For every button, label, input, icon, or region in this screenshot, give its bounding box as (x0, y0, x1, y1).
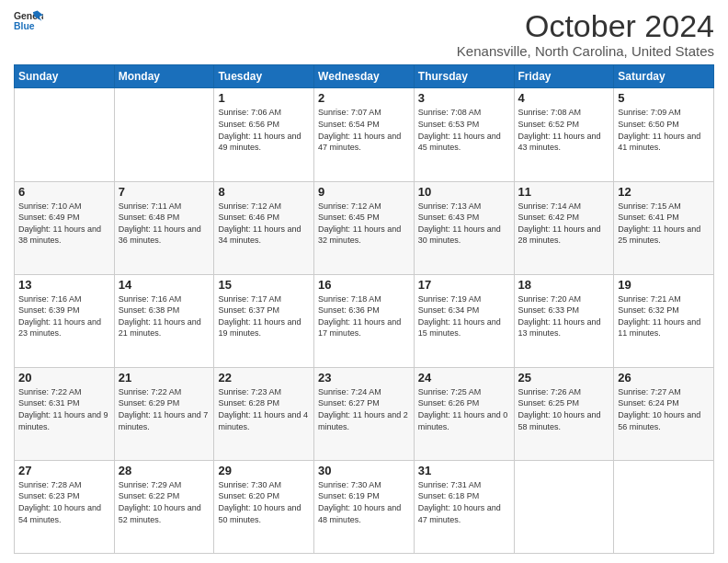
calendar-cell: 11Sunrise: 7:14 AM Sunset: 6:42 PM Dayli… (514, 181, 614, 274)
header-row: Sunday Monday Tuesday Wednesday Thursday… (15, 65, 714, 88)
day-number: 4 (518, 91, 610, 105)
day-info: Sunrise: 7:28 AM Sunset: 6:23 PM Dayligh… (18, 479, 110, 525)
calendar-cell: 14Sunrise: 7:16 AM Sunset: 6:38 PM Dayli… (114, 274, 214, 367)
day-number: 24 (418, 371, 510, 385)
day-info: Sunrise: 7:30 AM Sunset: 6:20 PM Dayligh… (218, 479, 310, 525)
day-number: 17 (418, 278, 510, 292)
day-number: 31 (418, 464, 510, 477)
day-number: 21 (119, 371, 210, 385)
day-number: 20 (18, 371, 110, 385)
day-info: Sunrise: 7:31 AM Sunset: 6:18 PM Dayligh… (418, 479, 510, 525)
day-info: Sunrise: 7:06 AM Sunset: 6:56 PM Dayligh… (218, 107, 310, 153)
calendar-cell: 27Sunrise: 7:28 AM Sunset: 6:23 PM Dayli… (15, 460, 115, 553)
calendar-cell: 5Sunrise: 7:09 AM Sunset: 6:50 PM Daylig… (614, 88, 714, 181)
day-number: 13 (18, 278, 110, 292)
calendar-body: 1Sunrise: 7:06 AM Sunset: 6:56 PM Daylig… (15, 88, 714, 554)
calendar-cell: 30Sunrise: 7:30 AM Sunset: 6:19 PM Dayli… (314, 460, 415, 553)
day-info: Sunrise: 7:12 AM Sunset: 6:45 PM Dayligh… (318, 201, 410, 247)
calendar-cell (15, 88, 115, 181)
day-info: Sunrise: 7:27 AM Sunset: 6:24 PM Dayligh… (618, 386, 710, 432)
day-number: 9 (318, 185, 410, 199)
calendar-cell: 22Sunrise: 7:23 AM Sunset: 6:28 PM Dayli… (214, 367, 314, 460)
day-number: 18 (518, 278, 610, 292)
calendar-cell: 17Sunrise: 7:19 AM Sunset: 6:34 PM Dayli… (414, 274, 514, 367)
day-info: Sunrise: 7:21 AM Sunset: 6:32 PM Dayligh… (618, 293, 710, 339)
col-tuesday: Tuesday (214, 65, 314, 88)
day-info: Sunrise: 7:20 AM Sunset: 6:33 PM Dayligh… (518, 293, 610, 339)
calendar-cell: 21Sunrise: 7:22 AM Sunset: 6:29 PM Dayli… (114, 367, 214, 460)
day-number: 14 (119, 278, 210, 292)
day-info: Sunrise: 7:17 AM Sunset: 6:37 PM Dayligh… (218, 293, 310, 339)
day-info: Sunrise: 7:18 AM Sunset: 6:36 PM Dayligh… (318, 293, 410, 339)
day-number: 30 (318, 464, 410, 477)
col-thursday: Thursday (414, 65, 514, 88)
day-info: Sunrise: 7:25 AM Sunset: 6:26 PM Dayligh… (418, 386, 510, 432)
calendar-cell: 18Sunrise: 7:20 AM Sunset: 6:33 PM Dayli… (514, 274, 614, 367)
calendar-cell (614, 460, 714, 553)
calendar-cell: 10Sunrise: 7:13 AM Sunset: 6:43 PM Dayli… (414, 181, 514, 274)
day-number: 10 (418, 185, 510, 199)
calendar-cell: 1Sunrise: 7:06 AM Sunset: 6:56 PM Daylig… (214, 88, 314, 181)
calendar-cell: 9Sunrise: 7:12 AM Sunset: 6:45 PM Daylig… (314, 181, 415, 274)
calendar-cell: 23Sunrise: 7:24 AM Sunset: 6:27 PM Dayli… (314, 367, 415, 460)
calendar-table: Sunday Monday Tuesday Wednesday Thursday… (14, 64, 714, 554)
day-info: Sunrise: 7:11 AM Sunset: 6:48 PM Dayligh… (119, 201, 210, 247)
day-number: 16 (318, 278, 410, 292)
day-number: 3 (418, 91, 510, 105)
day-info: Sunrise: 7:22 AM Sunset: 6:31 PM Dayligh… (18, 386, 110, 432)
header: General Blue October 2024 Kenansville, N… (14, 9, 714, 59)
day-number: 5 (618, 91, 710, 105)
day-number: 28 (119, 464, 210, 477)
day-info: Sunrise: 7:12 AM Sunset: 6:46 PM Dayligh… (218, 201, 310, 247)
day-number: 29 (218, 464, 310, 477)
day-info: Sunrise: 7:22 AM Sunset: 6:29 PM Dayligh… (119, 386, 210, 432)
calendar-cell: 2Sunrise: 7:07 AM Sunset: 6:54 PM Daylig… (314, 88, 415, 181)
main-title: October 2024 (457, 9, 714, 43)
week-row-1: 6Sunrise: 7:10 AM Sunset: 6:49 PM Daylig… (15, 181, 714, 274)
day-number: 15 (218, 278, 310, 292)
calendar-cell: 15Sunrise: 7:17 AM Sunset: 6:37 PM Dayli… (214, 274, 314, 367)
day-number: 12 (618, 185, 710, 199)
day-info: Sunrise: 7:30 AM Sunset: 6:19 PM Dayligh… (318, 479, 410, 525)
calendar-cell: 24Sunrise: 7:25 AM Sunset: 6:26 PM Dayli… (414, 367, 514, 460)
day-info: Sunrise: 7:24 AM Sunset: 6:27 PM Dayligh… (318, 386, 410, 432)
calendar-cell (514, 460, 614, 553)
day-number: 26 (618, 371, 710, 385)
day-info: Sunrise: 7:15 AM Sunset: 6:41 PM Dayligh… (618, 201, 710, 247)
day-number: 6 (18, 185, 110, 199)
title-block: October 2024 Kenansville, North Carolina… (457, 9, 714, 59)
page: General Blue October 2024 Kenansville, N… (0, 0, 728, 563)
calendar-cell: 26Sunrise: 7:27 AM Sunset: 6:24 PM Dayli… (614, 367, 714, 460)
week-row-0: 1Sunrise: 7:06 AM Sunset: 6:56 PM Daylig… (15, 88, 714, 181)
day-info: Sunrise: 7:08 AM Sunset: 6:52 PM Dayligh… (518, 107, 610, 153)
calendar-cell: 19Sunrise: 7:21 AM Sunset: 6:32 PM Dayli… (614, 274, 714, 367)
day-number: 7 (119, 185, 210, 199)
week-row-2: 13Sunrise: 7:16 AM Sunset: 6:39 PM Dayli… (15, 274, 714, 367)
day-info: Sunrise: 7:16 AM Sunset: 6:39 PM Dayligh… (18, 293, 110, 339)
logo: General Blue (14, 9, 43, 35)
calendar-cell: 12Sunrise: 7:15 AM Sunset: 6:41 PM Dayli… (614, 181, 714, 274)
col-sunday: Sunday (15, 65, 115, 88)
logo-icon: General Blue (14, 9, 43, 35)
calendar-cell: 29Sunrise: 7:30 AM Sunset: 6:20 PM Dayli… (214, 460, 314, 553)
col-saturday: Saturday (614, 65, 714, 88)
calendar-cell: 31Sunrise: 7:31 AM Sunset: 6:18 PM Dayli… (414, 460, 514, 553)
day-number: 8 (218, 185, 310, 199)
day-info: Sunrise: 7:09 AM Sunset: 6:50 PM Dayligh… (618, 107, 710, 153)
calendar-cell: 8Sunrise: 7:12 AM Sunset: 6:46 PM Daylig… (214, 181, 314, 274)
calendar-cell: 13Sunrise: 7:16 AM Sunset: 6:39 PM Dayli… (15, 274, 115, 367)
col-monday: Monday (114, 65, 214, 88)
day-info: Sunrise: 7:10 AM Sunset: 6:49 PM Dayligh… (18, 201, 110, 247)
day-info: Sunrise: 7:07 AM Sunset: 6:54 PM Dayligh… (318, 107, 410, 153)
calendar-cell: 20Sunrise: 7:22 AM Sunset: 6:31 PM Dayli… (15, 367, 115, 460)
day-number: 23 (318, 371, 410, 385)
calendar-cell: 28Sunrise: 7:29 AM Sunset: 6:22 PM Dayli… (114, 460, 214, 553)
calendar-cell (114, 88, 214, 181)
day-info: Sunrise: 7:29 AM Sunset: 6:22 PM Dayligh… (119, 479, 210, 525)
day-number: 1 (218, 91, 310, 105)
week-row-4: 27Sunrise: 7:28 AM Sunset: 6:23 PM Dayli… (15, 460, 714, 553)
day-info: Sunrise: 7:13 AM Sunset: 6:43 PM Dayligh… (418, 201, 510, 247)
svg-text:Blue: Blue (14, 21, 35, 31)
day-number: 25 (518, 371, 610, 385)
day-info: Sunrise: 7:08 AM Sunset: 6:53 PM Dayligh… (418, 107, 510, 153)
